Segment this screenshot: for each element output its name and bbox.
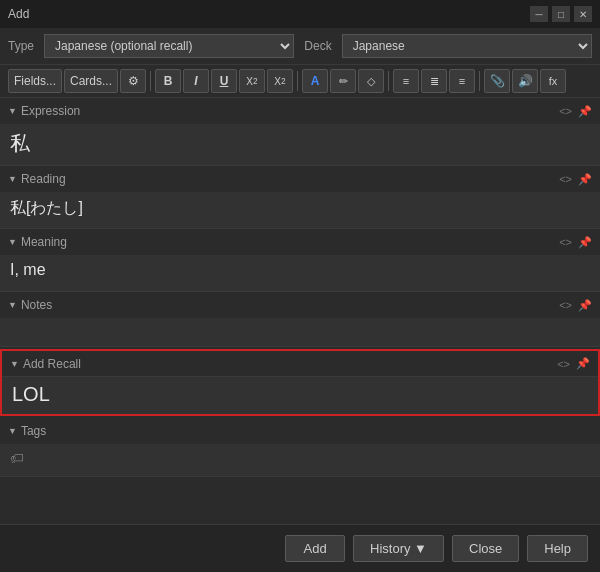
add-recall-label: Add Recall [23, 357, 81, 371]
italic-button[interactable]: I [183, 69, 209, 93]
pin-notes-icon[interactable]: 📌 [578, 299, 592, 312]
media-button[interactable]: 🔊 [512, 69, 538, 93]
pin-expression-icon[interactable]: 📌 [578, 105, 592, 118]
formula-button[interactable]: fx [540, 69, 566, 93]
type-deck-row: Type Japanese (optional recall) Deck Jap… [0, 28, 600, 65]
history-button[interactable]: History ▼ [353, 535, 444, 562]
field-content-expression[interactable]: 私 [0, 124, 600, 165]
field-section-add-recall: ▼ Add Recall <> 📌 LOL [0, 349, 600, 416]
font-color-button[interactable]: A [302, 69, 328, 93]
gear-icon: ⚙ [128, 74, 139, 88]
gear-button[interactable]: ⚙ [120, 69, 146, 93]
window-title: Add [8, 7, 29, 21]
expression-label: Expression [21, 104, 80, 118]
field-content-notes[interactable] [0, 318, 600, 346]
meaning-value: I, me [10, 261, 46, 278]
type-select[interactable]: Japanese (optional recall) [44, 34, 294, 58]
attach-button[interactable]: 📎 [484, 69, 510, 93]
field-header-add-recall: ▼ Add Recall <> 📌 [2, 351, 598, 377]
toolbar-separator-1 [150, 71, 151, 91]
bold-button[interactable]: B [155, 69, 181, 93]
title-bar: Add ─ □ ✕ [0, 0, 600, 28]
align-button[interactable]: ≡ [449, 69, 475, 93]
field-content-add-recall[interactable]: LOL [2, 377, 598, 414]
code-reading-icon[interactable]: <> [559, 173, 572, 185]
field-content-tags[interactable]: 🏷 [0, 444, 600, 476]
help-button[interactable]: Help [527, 535, 588, 562]
chevron-tags-icon: ▼ [8, 426, 17, 436]
bottom-bar: Add History ▼ Close Help [0, 524, 600, 572]
meaning-label: Meaning [21, 235, 67, 249]
pin-meaning-icon[interactable]: 📌 [578, 236, 592, 249]
unordered-list-button[interactable]: ≡ [393, 69, 419, 93]
code-meaning-icon[interactable]: <> [559, 236, 572, 248]
toolbar-separator-3 [388, 71, 389, 91]
pin-add-recall-icon[interactable]: 📌 [576, 357, 590, 370]
code-expression-icon[interactable]: <> [559, 105, 572, 117]
field-content-reading[interactable]: 私[わたし] [0, 192, 600, 228]
minimize-button[interactable]: ─ [530, 6, 548, 22]
underline-button[interactable]: U [211, 69, 237, 93]
field-section-reading: ▼ Reading <> 📌 私[わたし] [0, 166, 600, 229]
subscript-button[interactable]: X2 [239, 69, 265, 93]
fields-button[interactable]: Fields... [8, 69, 62, 93]
field-section-expression: ▼ Expression <> 📌 私 [0, 98, 600, 166]
deck-select[interactable]: Japanese [342, 34, 592, 58]
superscript-button[interactable]: X2 [267, 69, 293, 93]
toolbar-separator-2 [297, 71, 298, 91]
field-header-reading: ▼ Reading <> 📌 [0, 166, 600, 192]
reading-label: Reading [21, 172, 66, 186]
field-header-meaning: ▼ Meaning <> 📌 [0, 229, 600, 255]
erase-format-button[interactable]: ◇ [358, 69, 384, 93]
chevron-add-recall-icon: ▼ [10, 359, 19, 369]
field-section-tags: ▼ Tags 🏷 [0, 418, 600, 477]
chevron-notes-icon: ▼ [8, 300, 17, 310]
field-header-tags: ▼ Tags [0, 418, 600, 444]
fields-area: ▼ Expression <> 📌 私 ▼ Reading <> 📌 私[わたし… [0, 98, 600, 520]
code-add-recall-icon[interactable]: <> [557, 358, 570, 370]
code-notes-icon[interactable]: <> [559, 299, 572, 311]
type-label: Type [8, 39, 34, 53]
tags-label: Tags [21, 424, 46, 438]
field-content-meaning[interactable]: I, me [0, 255, 600, 291]
maximize-button[interactable]: □ [552, 6, 570, 22]
close-button[interactable]: Close [452, 535, 519, 562]
reading-value: 私[わたし] [10, 199, 83, 216]
field-header-expression: ▼ Expression <> 📌 [0, 98, 600, 124]
add-button[interactable]: Add [285, 535, 345, 562]
chevron-expression-icon: ▼ [8, 106, 17, 116]
field-section-notes: ▼ Notes <> 📌 [0, 292, 600, 347]
toolbar: Fields... Cards... ⚙ B I U X2 X2 A ✏ ◇ ≡… [0, 65, 600, 98]
add-recall-value: LOL [12, 383, 50, 405]
notes-label: Notes [21, 298, 52, 312]
highlight-button[interactable]: ✏ [330, 69, 356, 93]
expression-value: 私 [10, 132, 30, 154]
close-window-button[interactable]: ✕ [574, 6, 592, 22]
chevron-reading-icon: ▼ [8, 174, 17, 184]
pin-reading-icon[interactable]: 📌 [578, 173, 592, 186]
deck-label: Deck [304, 39, 331, 53]
tag-icon: 🏷 [10, 450, 24, 466]
cards-button[interactable]: Cards... [64, 69, 118, 93]
toolbar-separator-4 [479, 71, 480, 91]
window-controls: ─ □ ✕ [530, 6, 592, 22]
chevron-meaning-icon: ▼ [8, 237, 17, 247]
ordered-list-button[interactable]: ≣ [421, 69, 447, 93]
field-header-notes: ▼ Notes <> 📌 [0, 292, 600, 318]
field-section-meaning: ▼ Meaning <> 📌 I, me [0, 229, 600, 292]
